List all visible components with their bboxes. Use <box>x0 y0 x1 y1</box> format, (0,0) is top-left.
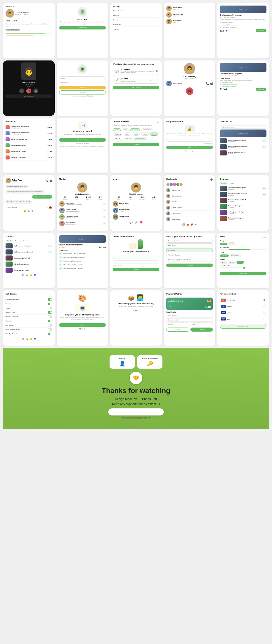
student-option[interactable]: 📖 I'm a student There are many variation… <box>113 67 159 75</box>
bookmark-avatar-item[interactable]: 👤Gladys Dooley <box>166 205 213 211</box>
notif-home-icon[interactable]: 🏠 <box>21 338 24 340</box>
chat-emoji-icon[interactable]: 😊 <box>24 210 26 212</box>
course-list-item-2[interactable]: English course for advanced 4 students ★… <box>220 144 266 149</box>
confirm-password-input[interactable] <box>113 260 159 264</box>
mentor-chat-icon[interactable]: 💬 <box>129 221 132 224</box>
payment-continue-btn[interactable]: Continue <box>190 328 213 332</box>
notification-toggle-row[interactable]: New Course Available <box>6 328 52 332</box>
card-name-input[interactable] <box>166 318 213 322</box>
tab-newest[interactable]: Newest <box>228 182 235 185</box>
notification-toggle-row[interactable]: App Updates <box>6 323 52 328</box>
settings-item[interactable]: Language› <box>113 27 159 31</box>
toggle-switch[interactable] <box>48 320 52 322</box>
toggle-switch[interactable] <box>48 333 52 335</box>
education-option-1[interactable]: High School <box>166 243 213 247</box>
skip-btn[interactable]: Skip, I'll confirm later <box>59 143 106 144</box>
bookmark-avatar-item[interactable]: 👤Robert Page <box>166 187 213 193</box>
notif-user-icon[interactable]: 👤 <box>33 338 36 340</box>
courses-item-2[interactable]: English course for advanced8 students Ne… <box>220 192 266 197</box>
course-list-item-3[interactable]: Graphic design for A to Z 8 students ★ 4… <box>220 150 266 155</box>
signup-btn[interactable]: Sign Up <box>59 90 106 94</box>
card-number-input[interactable] <box>166 314 213 317</box>
settings-item[interactable]: Security› <box>113 18 159 22</box>
visa-option-1[interactable]: VISA VISA <box>220 310 266 315</box>
toggle-switch[interactable] <box>48 307 52 309</box>
tab-continue[interactable]: Continue <box>22 240 30 242</box>
lesson-item[interactable]: 4What is basic English course? <box>59 263 106 266</box>
footer-email-input[interactable] <box>108 408 164 415</box>
mentor-share-icon[interactable]: 🔗 <box>134 221 138 224</box>
courses-bell-icon[interactable]: 🔔 <box>29 274 32 276</box>
open-email-btn[interactable]: Open Email App <box>59 138 106 142</box>
bookmark-dots-icon[interactable]: ⋯ <box>194 223 197 226</box>
bookmark-chat-icon[interactable]: 💬 <box>182 223 185 226</box>
courses-item-1[interactable]: English course for beginner4 students Ne… <box>220 186 266 191</box>
empower-send-btn[interactable]: Send <box>59 323 106 327</box>
continue-btn-interests[interactable]: Continue <box>113 143 159 146</box>
email-input[interactable] <box>59 76 106 80</box>
courses-home-icon[interactable]: 🏠 <box>21 274 24 276</box>
lesson-item[interactable]: 2Keep instructions clear and simple! <box>59 256 106 259</box>
send-message-icon[interactable]: 📤 <box>48 206 52 209</box>
bookmark-avatar-item[interactable]: 👤Carroll Brown <box>166 211 213 216</box>
settings-item[interactable]: Payment method› <box>113 9 159 13</box>
apply-filter-btn[interactable]: Apply Filter <box>220 272 266 275</box>
course-list-item-1[interactable]: English course for beginner 4 students ★… <box>220 138 266 143</box>
signin-btn[interactable]: Sign In <box>59 86 106 89</box>
order-now-btn-2[interactable]: Order Now <box>256 88 266 91</box>
notification-toggle-row[interactable]: Sound <box>6 302 52 306</box>
chat-call-icon[interactable]: 📞 <box>46 179 48 182</box>
credit-card-option[interactable]: 💳 Credit Card <box>220 298 266 303</box>
education-email-input[interactable] <box>166 239 213 243</box>
new-password-input[interactable] <box>113 254 159 257</box>
bookmark-avatar-item[interactable]: 👤Ramon Wong <box>166 193 213 199</box>
speaker-btn[interactable]: 🔊 <box>33 88 38 93</box>
chat-video-icon[interactable]: 📹 <box>49 179 52 182</box>
price-slider[interactable] <box>220 249 266 250</box>
send-btn[interactable]: Send <box>166 146 213 149</box>
call-icon[interactable]: 📞 <box>206 82 209 85</box>
course-search-input[interactable] <box>220 125 266 129</box>
toggle-switch[interactable] <box>48 298 52 301</box>
card-expiry-input[interactable] <box>166 323 189 326</box>
courses-item-5[interactable]: Motion graphics design20 students <box>220 210 266 215</box>
settings-item[interactable]: Bookmarks› <box>113 13 159 18</box>
education-option-4[interactable]: Secondary High School Graduates <box>166 258 213 262</box>
lesson-item[interactable]: 1English course a best for beginners? <box>59 252 106 255</box>
paypal-option[interactable]: P Paypal <box>220 304 266 309</box>
chat-mic-icon[interactable]: 🎙️ <box>31 210 34 212</box>
back-to-login-link[interactable]: Back to login <box>166 150 213 152</box>
end-call-btn[interactable]: 📵 <box>26 88 31 93</box>
start-learning-btn-2[interactable]: Start Learning <box>113 86 159 89</box>
start-learning-btn-1[interactable]: Start Learning <box>59 26 106 29</box>
toggle-switch[interactable] <box>48 311 52 314</box>
forgot-pw-email[interactable] <box>166 138 213 142</box>
chat-input[interactable] <box>6 206 48 209</box>
notification-toggle-row[interactable]: New Tips Available <box>6 332 52 336</box>
filter-reset[interactable]: Reset <box>262 236 266 238</box>
order-now-btn-1[interactable]: Order Now <box>256 29 266 32</box>
tab-newest-2[interactable]: Newest <box>14 240 21 242</box>
settings-item[interactable]: Achievement› <box>113 22 159 27</box>
mute-btn[interactable]: 🔇 <box>19 88 24 93</box>
toggle-switch[interactable] <box>48 303 52 305</box>
courses-item-6[interactable]: Sketching for designers6 students <box>220 216 266 221</box>
toggle-switch[interactable] <box>48 315 52 318</box>
tab-popular-2[interactable]: Popular <box>6 240 13 242</box>
toggle-switch[interactable] <box>48 328 52 331</box>
education-option-3[interactable]: Associate Degree <box>166 253 213 257</box>
video-icon[interactable]: 📹 <box>210 82 213 85</box>
bookmark-avatar-item[interactable]: 👤Mark Marsha <box>166 216 213 222</box>
tab-popular[interactable]: Popular <box>220 182 227 185</box>
visa-option-2[interactable]: VISA Visa <box>220 316 266 322</box>
lesson-item[interactable]: 3I start learning English course <box>59 260 106 263</box>
toggle-switch[interactable] <box>48 324 52 327</box>
chat-attach-icon[interactable]: 📎 <box>27 210 30 212</box>
notification-toggle-row[interactable]: Vibrate <box>6 306 52 310</box>
duration-slider[interactable] <box>220 268 266 268</box>
lesson-item[interactable]: 5Can I learn English in a month? <box>59 267 106 270</box>
bookmark-heart-icon[interactable]: ❤️ <box>190 223 193 226</box>
tutor-option[interactable]: 📝 I'm a Tutor There are many variations … <box>113 76 159 84</box>
notification-toggle-row[interactable]: General Notification <box>6 298 52 302</box>
education-continue-btn[interactable]: Continue <box>166 264 213 267</box>
